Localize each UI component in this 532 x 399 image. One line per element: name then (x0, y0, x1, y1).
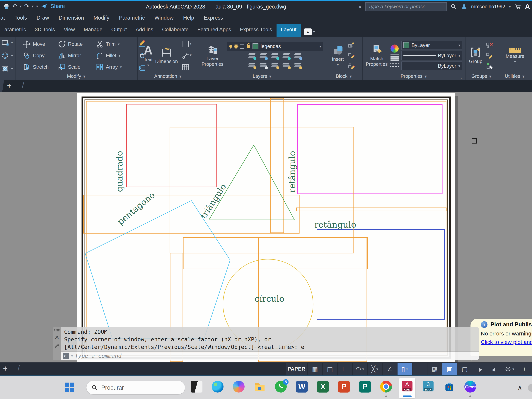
linetype-icon[interactable] (390, 63, 399, 67)
move-button[interactable]: Move (23, 40, 58, 48)
paper-space-toggle[interactable]: PAPER (286, 363, 307, 375)
text-button[interactable]: A Text ▾ (144, 44, 152, 67)
stretch-button[interactable]: Stretch (23, 63, 58, 71)
menu-item-tools[interactable]: Tools (10, 15, 32, 21)
command-window-gutter[interactable]: ✕ (53, 327, 61, 360)
lineweight-select[interactable]: ByLayer▾ (401, 51, 462, 60)
layer-dropdown[interactable]: legendas ▾ (227, 42, 323, 51)
ribbon-tab-manage[interactable]: Manage (79, 24, 107, 37)
cart-icon[interactable] (514, 3, 521, 10)
write-block-icon[interactable] (347, 62, 355, 70)
user-avatar-icon[interactable] (461, 3, 467, 10)
ribbon-tab-collaborate[interactable]: Collaborate (158, 24, 193, 37)
block-panel-label[interactable]: Block ▼ (326, 73, 362, 79)
drawing-area[interactable]: quadradoretânguloretângulotriângulopenta… (0, 92, 532, 362)
measure-button[interactable]: Measure ▾ (506, 48, 524, 63)
taskbar-powerpoint[interactable]: P (336, 378, 352, 399)
command-caret-icon[interactable]: ▾ (71, 354, 73, 358)
menu-item-modify[interactable]: Modify (89, 15, 114, 21)
fillet-caret-icon[interactable]: ▾ (119, 54, 120, 57)
ribbon-tab-add-ins[interactable]: Add-ins (131, 24, 158, 37)
lineweight-icon[interactable] (391, 55, 399, 61)
toolbar-caret-icon[interactable]: ▾ (36, 4, 38, 8)
trim-button[interactable]: Trim▾ (96, 40, 136, 48)
taskbar-word[interactable]: W (294, 378, 310, 399)
new-layout-button[interactable]: + (3, 364, 8, 373)
dimension-button[interactable]: Dimension (155, 47, 178, 64)
circle-tool-icon[interactable] (1, 51, 9, 60)
menu-item-help[interactable]: Help (178, 15, 199, 21)
taskbar-explorer[interactable] (252, 378, 268, 399)
hatch-caret-icon[interactable]: ▾ (11, 67, 13, 70)
print-icon[interactable] (3, 3, 10, 10)
command-window[interactable]: ✕ Command: ZOOM Specify corner of window… (53, 327, 479, 360)
rotate-button[interactable]: Rotate (58, 40, 96, 48)
taskbar-search-input[interactable]: Procurar (86, 381, 185, 394)
layer-tool-icon[interactable] (271, 62, 279, 69)
ribbon-tab-arametric[interactable]: arametric (0, 24, 31, 37)
ribbon-tab-featured-apps[interactable]: Featured Apps (193, 24, 235, 37)
customization-gear-icon[interactable]: ▾ (502, 363, 517, 375)
array-button[interactable]: Array▾ (96, 63, 136, 71)
annotation-panel-label[interactable]: Annotation ▼ (138, 73, 199, 79)
plot-notification-balloon[interactable]: i Plot and Publish J No errors or warnin… (470, 318, 532, 356)
layer-tool-icon[interactable] (294, 62, 302, 69)
match-properties-button[interactable]: Match Properties (366, 44, 388, 67)
layer-tool-icon[interactable] (294, 53, 302, 60)
menu-item-express[interactable]: Express (199, 15, 228, 21)
insert-block-button[interactable]: Insert ▾ (332, 45, 344, 66)
utilities-panel-label[interactable]: Utilities ▼ (498, 73, 532, 79)
selection-cycling-icon[interactable]: ▢ (457, 363, 472, 375)
drawing-canvas[interactable]: quadradoretânguloretângulotriângulopenta… (0, 92, 532, 362)
annotation-scale-icon[interactable]: ▩ (427, 363, 442, 375)
isometric-drafting-icon[interactable]: ╳▾ (367, 363, 382, 375)
new-drawing-tab-button[interactable]: + (7, 81, 12, 90)
menu-item-dimension[interactable]: Dimension (54, 15, 89, 21)
command-input[interactable]: >_ ▾ Type a command (61, 352, 479, 360)
layer-properties-button[interactable]: Layer Properties (202, 44, 223, 67)
undo-caret-icon[interactable]: ▾ (20, 4, 22, 8)
menu-item-window[interactable]: Window (150, 15, 178, 21)
rectangle-tool-icon[interactable] (1, 38, 9, 47)
linetype-select[interactable]: ByLayer▾ (401, 62, 462, 70)
annotation-visibility-icon[interactable]: ▯▾ (398, 363, 412, 375)
taskbar-chrome[interactable] (378, 378, 394, 399)
wrench-icon[interactable] (54, 343, 60, 349)
taskbar-canva[interactable]: Canva (462, 378, 478, 399)
menu-item-at[interactable]: at (0, 15, 10, 21)
properties-panel-label[interactable]: Properties ▼ ⌄ (363, 73, 466, 79)
undo-icon[interactable]: ↶ (12, 3, 17, 10)
object-snap-tracking-icon[interactable]: ∠ (383, 363, 397, 375)
fillet-button[interactable]: Fillet▾ (96, 52, 136, 59)
file-tab-partial[interactable] (0, 80, 4, 92)
color-wheel-icon[interactable] (391, 44, 399, 53)
group-button[interactable]: Group (469, 47, 482, 64)
username[interactable]: mmcoelho1992 (471, 4, 505, 10)
taskbar-edge[interactable] (209, 378, 226, 399)
paper-sheet[interactable] (77, 93, 455, 362)
ribbon-tab-view[interactable]: View (59, 24, 79, 37)
username-caret-icon[interactable]: ▾ (509, 5, 511, 8)
taskbar-publisher[interactable]: P (357, 378, 373, 399)
snap-mode-icon[interactable]: ▦ (308, 363, 322, 375)
layers-panel-label[interactable]: Layers ▼ (199, 73, 326, 79)
redo-icon[interactable]: ↷ (24, 3, 29, 10)
ribbon-tab-express-tools[interactable]: Express Tools (235, 24, 277, 37)
edit-group-icon[interactable] (485, 51, 493, 60)
lasso-select-icon[interactable]: ▲ (472, 363, 487, 375)
layer-tool-icon[interactable] (283, 62, 291, 69)
taskbar-store[interactable] (441, 378, 457, 399)
layer-tool-icon[interactable] (248, 62, 256, 69)
auto-annotation-scale-icon[interactable]: ▣ (442, 363, 457, 375)
taskbar-copilot[interactable] (231, 378, 247, 399)
groups-panel-label[interactable]: Groups ▼ (466, 73, 498, 79)
circle-caret-icon[interactable]: ▾ (11, 54, 13, 57)
media-arrow-icon[interactable]: ▸ (359, 4, 362, 9)
hatch-tool-icon[interactable] (1, 65, 9, 73)
tray-chevron-icon[interactable]: ∧ (517, 384, 522, 392)
properties-expander-icon[interactable]: ⌄ (460, 75, 463, 79)
table-icon[interactable] (182, 63, 191, 71)
layer-tool-icon[interactable] (283, 53, 291, 60)
redo-caret-icon[interactable]: ▾ (32, 4, 34, 8)
edit-block-icon[interactable] (347, 51, 355, 60)
